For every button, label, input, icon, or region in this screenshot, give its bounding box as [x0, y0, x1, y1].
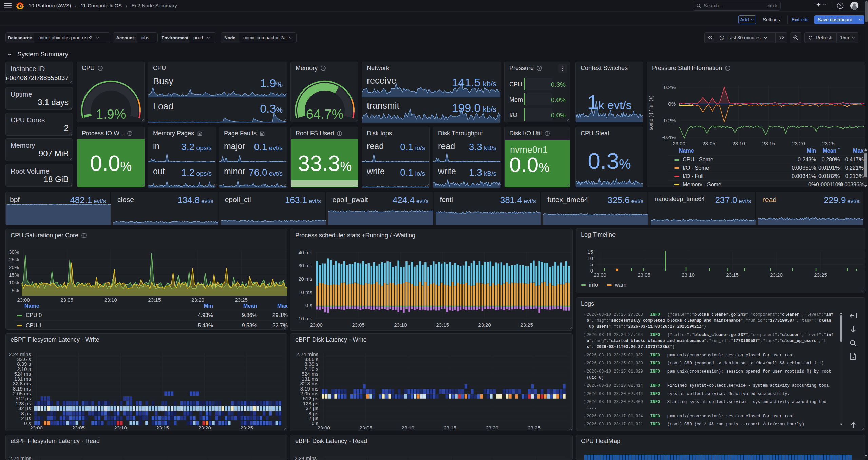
svg-text:20 ms: 20 ms: [298, 276, 312, 282]
svg-text:23:20: 23:20: [191, 297, 204, 303]
svg-text:23:10: 23:10: [104, 297, 117, 303]
svg-text:23:10: 23:10: [732, 141, 745, 146]
svg-text:1.9%: 1.9%: [96, 107, 126, 121]
svg-text:23:00: 23:00: [30, 425, 43, 429]
svg-text:15: 15: [587, 249, 593, 255]
svg-text:30%: 30%: [9, 249, 19, 255]
svg-text:10 ms: 10 ms: [298, 289, 312, 295]
svg-text:10: 10: [587, 255, 593, 261]
svg-text:23:05: 23:05: [638, 272, 650, 278]
svg-text:23:05: 23:05: [60, 297, 73, 303]
svg-text:15%: 15%: [9, 272, 19, 278]
svg-text:23:20: 23:20: [792, 141, 805, 146]
svg-text:23:00: 23:00: [17, 297, 30, 303]
svg-text:23:20: 23:20: [770, 272, 783, 278]
svg-text:23:15: 23:15: [148, 297, 161, 303]
svg-text:23:10: 23:10: [682, 272, 695, 278]
svg-text:30 ms: 30 ms: [298, 263, 312, 268]
svg-text:23:10: 23:10: [401, 425, 414, 429]
svg-text:23:00: 23:00: [673, 141, 685, 146]
svg-text:0.2%: 0.2%: [664, 84, 676, 90]
svg-text:23:00: 23:00: [317, 425, 330, 429]
svg-text:23:15: 23:15: [156, 425, 169, 429]
svg-text:23:20: 23:20: [478, 322, 491, 328]
svg-text:10%: 10%: [9, 280, 19, 285]
svg-text:25%: 25%: [9, 257, 19, 262]
svg-text:23:05: 23:05: [352, 322, 365, 328]
svg-text:0%: 0%: [668, 101, 676, 107]
svg-text:-0.2%: -0.2%: [662, 118, 676, 123]
svg-text:40 ms: 40 ms: [298, 249, 312, 255]
svg-text:0 s: 0 s: [305, 302, 312, 308]
svg-text:23:15: 23:15: [762, 141, 775, 146]
svg-text:23:05: 23:05: [72, 425, 85, 429]
svg-text:64.7%: 64.7%: [306, 107, 344, 121]
svg-text:23:20: 23:20: [486, 425, 498, 429]
svg-text:23:25: 23:25: [814, 272, 827, 278]
svg-text:23:25: 23:25: [520, 322, 533, 328]
svg-text:5: 5: [590, 261, 593, 267]
svg-text:0: 0: [590, 268, 593, 274]
svg-text:23:20: 23:20: [198, 425, 211, 429]
svg-text:23:15: 23:15: [436, 322, 449, 328]
svg-text:23:25: 23:25: [822, 141, 835, 146]
svg-text:-0.4%: -0.4%: [662, 134, 676, 140]
svg-text:5%: 5%: [12, 287, 19, 293]
svg-text:20%: 20%: [9, 264, 19, 270]
svg-text:23:05: 23:05: [702, 141, 715, 146]
svg-text:-10 ms: -10 ms: [297, 316, 312, 321]
svg-text:23:10: 23:10: [394, 322, 407, 328]
svg-text:23:15: 23:15: [726, 272, 739, 278]
svg-text:23:15: 23:15: [444, 425, 456, 429]
svg-text:23:00: 23:00: [310, 322, 323, 328]
svg-text:23:25: 23:25: [528, 425, 541, 429]
svg-text:23:05: 23:05: [359, 425, 372, 429]
svg-text:23:25: 23:25: [235, 297, 248, 303]
svg-text:LOG: LOG: [850, 356, 856, 359]
svg-text:23:10: 23:10: [114, 425, 127, 429]
svg-text:23:00: 23:00: [593, 272, 606, 278]
svg-text:23:25: 23:25: [240, 425, 253, 429]
svg-text:some (-) / full (+): some (-) / full (+): [648, 95, 654, 130]
